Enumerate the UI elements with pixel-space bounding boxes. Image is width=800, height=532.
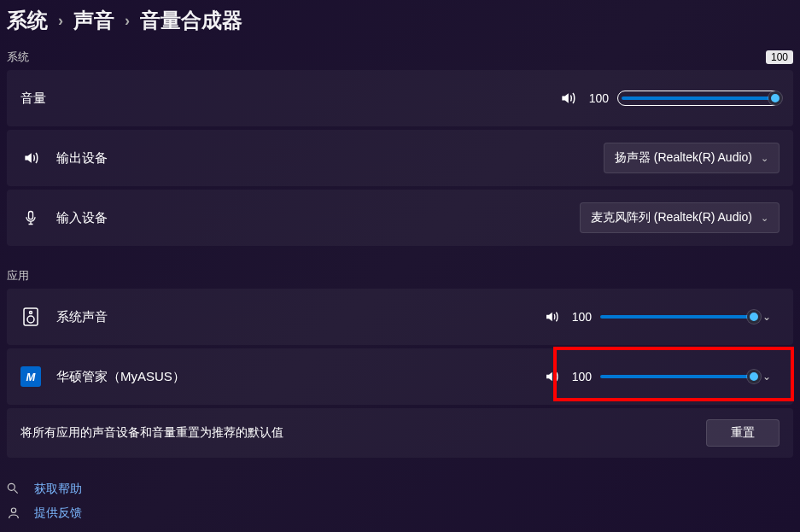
chevron-right-icon: ›: [125, 12, 130, 30]
get-help-link[interactable]: 获取帮助: [7, 482, 793, 497]
speaker-icon[interactable]: [559, 90, 576, 107]
get-help-label: 获取帮助: [34, 482, 82, 497]
master-volume-label: 音量: [20, 91, 46, 107]
output-device-selected: 扬声器 (Realtek(R) Audio): [615, 150, 752, 166]
system-volume-badge: 100: [766, 50, 793, 64]
give-feedback-link[interactable]: 提供反馈: [7, 506, 793, 521]
help-icon: [7, 482, 22, 496]
app-row-system-sounds: 系统声音 100 ⌄: [7, 289, 793, 345]
system-label-text: 系统: [7, 50, 29, 65]
master-volume-value: 100: [585, 91, 609, 105]
breadcrumb: 系统 › 声音 › 音量合成器: [7, 7, 793, 34]
feedback-icon: [7, 506, 22, 520]
chevron-down-icon: ⌄: [761, 153, 768, 164]
speaker-icon[interactable]: [544, 309, 559, 324]
input-device-label: 输入设备: [56, 210, 108, 226]
speaker-box-icon: [20, 307, 41, 327]
svg-point-3: [27, 316, 34, 323]
reset-card: 将所有应用的声音设备和音量重置为推荐的默认值 重置: [7, 408, 793, 458]
speaker-output-icon: [22, 149, 39, 167]
input-device-selected: 麦克风阵列 (Realtek(R) Audio): [591, 210, 752, 225]
input-device-dropdown[interactable]: 麦克风阵列 (Realtek(R) Audio) ⌄: [580, 202, 780, 233]
apps-section-label: 应用: [7, 268, 793, 284]
app-volume-value: 100: [568, 310, 592, 324]
chevron-down-icon: ⌄: [762, 371, 771, 383]
app-volume-value: 100: [568, 370, 592, 383]
output-device-dropdown[interactable]: 扬声器 (Realtek(R) Audio) ⌄: [604, 143, 780, 173]
master-volume-card: 音量 100: [7, 70, 793, 126]
svg-rect-0: [29, 212, 33, 219]
speaker-icon[interactable]: [544, 369, 559, 384]
breadcrumb-system[interactable]: 系统: [7, 7, 48, 34]
apps-label-text: 应用: [7, 268, 29, 284]
app-name: 华硕管家（MyASUS）: [56, 369, 185, 385]
page-title: 音量合成器: [140, 7, 242, 34]
master-volume-slider[interactable]: [617, 91, 780, 106]
reset-description: 将所有应用的声音设备和音量重置为推荐的默认值: [20, 425, 283, 441]
app-row-myasus: M 华硕管家（MyASUS） 100 ⌄: [7, 348, 793, 405]
chevron-right-icon: ›: [58, 12, 63, 30]
svg-point-4: [8, 483, 15, 490]
output-device-card: 输出设备 扬声器 (Realtek(R) Audio) ⌄: [7, 130, 793, 186]
chevron-down-icon: ⌄: [762, 311, 771, 323]
svg-point-2: [30, 312, 32, 314]
input-device-card: 输入设备 麦克风阵列 (Realtek(R) Audio) ⌄: [7, 190, 793, 246]
app-volume-slider[interactable]: [600, 315, 754, 319]
app-name: 系统声音: [56, 309, 108, 325]
myasus-icon: M: [20, 366, 41, 387]
svg-point-5: [11, 508, 15, 512]
app-volume-slider[interactable]: [600, 375, 754, 378]
system-section-label: 系统 100: [7, 50, 793, 65]
chevron-down-icon: ⌄: [761, 213, 768, 224]
reset-button[interactable]: 重置: [706, 419, 780, 447]
output-device-label: 输出设备: [56, 150, 108, 167]
microphone-icon: [22, 209, 39, 226]
breadcrumb-sound[interactable]: 声音: [73, 7, 114, 34]
give-feedback-label: 提供反馈: [34, 506, 82, 521]
